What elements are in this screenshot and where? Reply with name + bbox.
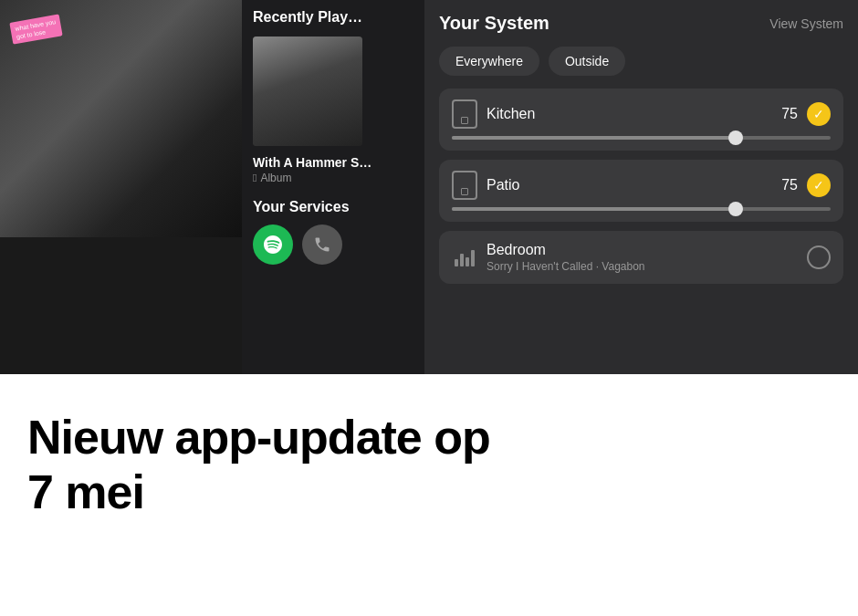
bars-icon [455,248,475,266]
patio-volume: 75 [781,177,798,193]
bedroom-check-empty[interactable] [807,245,831,269]
kitchen-speaker-icon [452,99,477,129]
album-thumbnail [253,37,362,146]
bedroom-info: Bedroom Sorry I Haven't Called · Vagabon [487,242,798,273]
bar-2 [460,254,464,266]
bar-1 [455,259,458,266]
album-thumb-figure [253,37,362,146]
your-system-panel: Your System View System Everywhere Outsi… [424,0,858,374]
service-icons-row [253,224,413,265]
article-section: Nieuw app-update op 7 mei [0,374,858,616]
view-system-link[interactable]: View System [769,16,843,31]
patio-check-icon[interactable]: ✓ [807,173,831,197]
bedroom-track-info: Sorry I Haven't Called · Vagabon [487,260,798,273]
bar-3 [466,257,469,266]
apple-icon:  [253,172,256,184]
bedroom-speaker-icon [452,243,477,272]
kitchen-zone-card: Kitchen 75 ✓ [439,89,843,151]
article-headline: Nieuw app-update op 7 mei [27,411,831,520]
bedroom-zone-card: Bedroom Sorry I Haven't Called · Vagabon [439,231,843,284]
kitchen-slider-row [452,136,831,140]
album-type:  Album [253,172,413,184]
kitchen-slider-thumb[interactable] [728,131,743,145]
patio-zone-name: Patio [487,177,772,193]
bedroom-zone-name: Bedroom [487,242,798,258]
kitchen-slider-fill [452,136,736,140]
filter-buttons-row: Everywhere Outside [439,47,843,76]
bedroom-zone-row: Bedroom Sorry I Haven't Called · Vagabon [452,242,831,273]
patio-zone-row: Patio 75 ✓ [452,171,831,200]
kitchen-slider-track[interactable] [452,136,831,140]
screenshot-container: what have you got to lose Recently Play…… [0,0,858,374]
album-title: With A Hammer S… [253,155,413,170]
patio-zone-card: Patio 75 ✓ [439,160,843,222]
headline-line-1: Nieuw app-update op [27,411,831,465]
kitchen-zone-row: Kitchen 75 ✓ [452,99,831,129]
patio-speaker-icon [452,171,477,200]
your-services-title: Your Services [253,199,413,215]
patio-slider-fill [452,207,736,211]
kitchen-check-icon[interactable]: ✓ [807,102,831,126]
headline-line-2: 7 mei [27,465,831,520]
kitchen-zone-name: Kitchen [487,106,772,122]
kitchen-volume: 75 [781,106,798,122]
bar-4 [471,250,475,266]
album-art-area: what have you got to lose [0,0,242,237]
phone-middle-panel: Recently Play… With A Hammer S…  Album … [242,0,424,374]
recently-played-title: Recently Play… [253,9,413,26]
patio-slider-thumb[interactable] [728,202,743,216]
filter-outside[interactable]: Outside [549,47,625,76]
system-title: Your System [439,13,549,34]
patio-slider-row [452,207,831,211]
patio-slider-track[interactable] [452,207,831,211]
album-info: With A Hammer S…  Album [253,155,413,184]
spotify-icon[interactable] [253,224,293,265]
system-header: Your System View System [439,13,843,34]
phone-left-panel: what have you got to lose [0,0,242,374]
filter-everywhere[interactable]: Everywhere [439,47,539,76]
phone-service-icon[interactable] [302,224,342,265]
